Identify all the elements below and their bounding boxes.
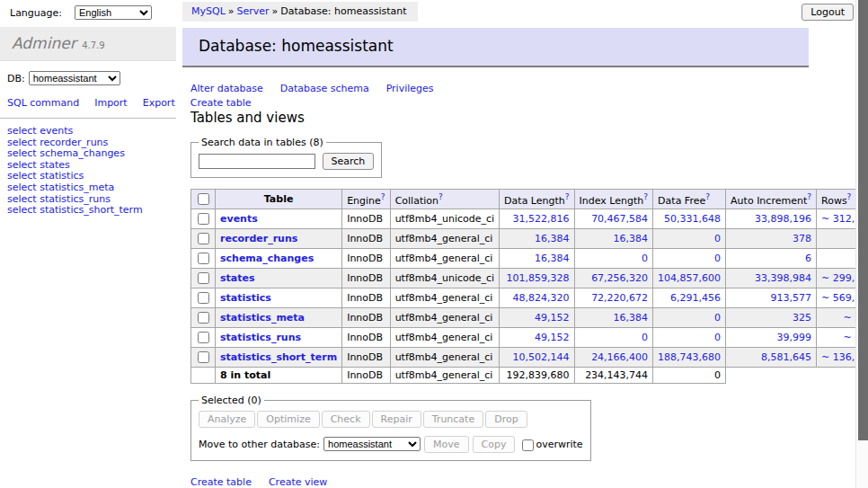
index-length-link[interactable]: 0 xyxy=(642,253,648,264)
alter-database-link[interactable]: Alter database xyxy=(190,83,263,94)
row-checkbox[interactable] xyxy=(198,351,209,363)
sidebar-select-link[interactable]: select statistics_meta xyxy=(7,182,176,194)
sidebar-select-link[interactable]: select events xyxy=(7,126,176,138)
data-free-cell: 0 xyxy=(653,328,726,348)
table-row: statistics_metaInnoDButf8mb4_general_ci4… xyxy=(191,308,868,328)
auto-increment-link[interactable]: 39,999 xyxy=(777,332,812,343)
data-length-link[interactable]: 49,152 xyxy=(535,332,570,343)
auto-increment-link[interactable]: 8,581,645 xyxy=(761,351,811,363)
data-free-link[interactable]: 188,743,680 xyxy=(658,351,721,363)
scrollbar-thumb[interactable] xyxy=(858,0,868,440)
row-checkbox[interactable] xyxy=(198,233,209,244)
help-link[interactable]: ? xyxy=(643,192,648,201)
index-length-link[interactable]: 16,384 xyxy=(614,312,649,324)
table-name-link[interactable]: states xyxy=(220,272,255,284)
auto-increment-link[interactable]: 6 xyxy=(805,253,811,264)
tables-and-views-heading: Tables and views xyxy=(190,110,811,126)
database-schema-link[interactable]: Database schema xyxy=(280,83,369,94)
data-length-link[interactable]: 31,522,816 xyxy=(513,213,570,225)
row-checkbox[interactable] xyxy=(198,272,209,284)
engine-cell: InnoDB xyxy=(342,229,390,249)
data-length-link[interactable]: 48,824,320 xyxy=(513,292,570,304)
vertical-scrollbar[interactable] xyxy=(855,0,868,488)
row-checkbox[interactable] xyxy=(198,253,209,264)
index-length-link[interactable]: 24,166,400 xyxy=(591,351,648,363)
engine-cell: InnoDB xyxy=(342,308,390,328)
data-free-link[interactable]: 50,331,648 xyxy=(664,213,721,225)
breadcrumb-server[interactable]: Server xyxy=(237,5,270,17)
move-db-select[interactable]: homeassistant xyxy=(323,437,421,451)
table-name-link[interactable]: statistics xyxy=(220,292,271,304)
auto-increment-link[interactable]: 378 xyxy=(793,233,811,244)
db-select[interactable]: homeassistant xyxy=(29,71,120,85)
row-checkbox-cell xyxy=(191,348,216,368)
search-button[interactable]: Search xyxy=(323,153,375,170)
index-length-cell: 0 xyxy=(574,249,653,269)
import-link[interactable]: Import xyxy=(94,97,128,109)
table-name-link[interactable]: statistics_runs xyxy=(220,332,301,343)
sidebar-select-link[interactable]: select schema_changes xyxy=(7,148,176,160)
logout-button[interactable]: Logout xyxy=(802,4,854,21)
table-name-link[interactable]: statistics_short_term xyxy=(220,351,337,363)
index-length-link[interactable]: 72,220,672 xyxy=(591,292,648,304)
table-row: statisticsInnoDButf8mb4_general_ci48,824… xyxy=(191,288,868,308)
copy-button: Copy xyxy=(473,436,516,453)
help-superscript: ? xyxy=(565,191,570,201)
index-length-link[interactable]: 67,256,320 xyxy=(591,272,648,284)
sidebar-select-link[interactable]: select statistics_short_term xyxy=(7,205,176,217)
help-link[interactable]: ? xyxy=(381,192,385,201)
row-checkbox[interactable] xyxy=(198,213,209,225)
index-length-cell: 0 xyxy=(574,328,653,348)
auto-increment-link[interactable]: 33,898,196 xyxy=(755,213,811,225)
help-superscript: ? xyxy=(643,191,648,201)
breadcrumb-mysql[interactable]: MySQL xyxy=(191,5,226,17)
data-free-cell: 0 xyxy=(653,308,726,328)
privileges-link[interactable]: Privileges xyxy=(386,83,434,94)
sql-command-link[interactable]: SQL command xyxy=(7,97,79,109)
index-length-link[interactable]: 16,384 xyxy=(614,233,649,244)
table-name-link[interactable]: statistics_meta xyxy=(220,312,305,324)
collation-cell: utf8mb4_general_ci xyxy=(390,288,499,308)
table-name-link[interactable]: recorder_runs xyxy=(220,233,297,244)
data-length-link[interactable]: 101,859,328 xyxy=(507,272,570,284)
language-select[interactable]: English xyxy=(75,5,152,20)
sidebar-actions: SQL commandImportExportCreate table xyxy=(0,89,167,110)
data-free-link[interactable]: 0 xyxy=(714,332,721,343)
engine-cell: InnoDB xyxy=(342,348,390,368)
search-input[interactable] xyxy=(199,154,315,169)
row-checkbox[interactable] xyxy=(198,332,209,343)
collation-cell: utf8mb4_unicode_ci xyxy=(390,269,499,288)
help-link[interactable]: ? xyxy=(847,192,852,201)
export-link[interactable]: Export xyxy=(143,97,175,109)
data-free-link[interactable]: 0 xyxy=(714,233,721,244)
table-name-link[interactable]: events xyxy=(220,213,258,225)
help-link[interactable]: ? xyxy=(438,192,443,201)
data-length-link[interactable]: 49,152 xyxy=(535,312,570,324)
row-checkbox[interactable] xyxy=(198,312,209,324)
index-length-link[interactable]: 70,467,584 xyxy=(591,213,648,225)
select-all-checkbox[interactable] xyxy=(198,193,209,205)
help-link[interactable]: ? xyxy=(565,192,570,201)
overwrite-checkbox[interactable] xyxy=(522,439,534,451)
create-view-link[interactable]: Create view xyxy=(269,476,327,488)
data-free-link[interactable]: 0 xyxy=(714,253,721,264)
auto-increment-link[interactable]: 33,398,984 xyxy=(755,272,811,284)
data-length-link[interactable]: 16,384 xyxy=(535,253,570,264)
help-link[interactable]: ? xyxy=(807,192,811,201)
auto-increment-link[interactable]: 913,577 xyxy=(771,292,812,304)
data-length-link[interactable]: 16,384 xyxy=(535,233,570,244)
data-free-link[interactable]: 6,291,456 xyxy=(670,292,721,304)
index-length-link[interactable]: 0 xyxy=(642,332,648,343)
data-free-link[interactable]: 0 xyxy=(714,312,721,324)
data-free-link[interactable]: 104,857,600 xyxy=(658,272,721,284)
data-length-link[interactable]: 10,502,144 xyxy=(513,351,570,363)
create-links: Create tableCreate view xyxy=(190,476,811,488)
auto-increment-link[interactable]: 325 xyxy=(793,312,811,324)
collation-cell: utf8mb4_general_ci xyxy=(390,249,499,269)
table-name-link[interactable]: schema_changes xyxy=(220,253,314,264)
help-link[interactable]: ? xyxy=(705,192,710,201)
table-name-cell: states xyxy=(216,269,342,288)
create-table-link[interactable]: Create table xyxy=(190,476,252,488)
row-checkbox[interactable] xyxy=(198,292,209,304)
help-superscript: ? xyxy=(381,191,385,201)
